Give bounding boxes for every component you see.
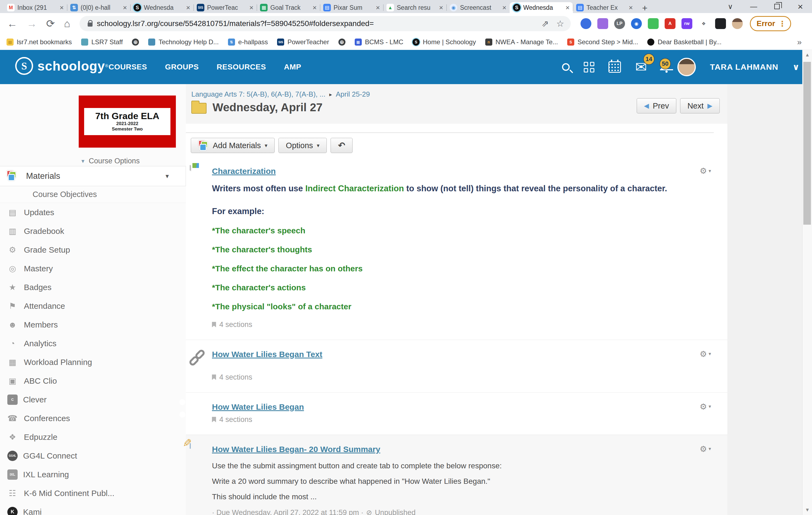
sidebar-item-analytics[interactable]: ◔Analytics	[0, 334, 186, 353]
material-title-link[interactable]: How Water Lilies Began- 20 Word Summary	[212, 445, 380, 454]
browser-menu-icon[interactable]: ⋮	[778, 19, 786, 28]
error-button[interactable]: Error ⋮	[750, 16, 791, 31]
sidebar-item-updates[interactable]: ▤Updates	[0, 203, 186, 222]
add-materials-button[interactable]: Add Materials ▾	[191, 138, 274, 153]
close-tab-icon[interactable]: ×	[60, 3, 64, 12]
bookmark-second-step[interactable]: S Second Step > Mid...	[567, 38, 638, 46]
sidebar-item-ixl[interactable]: IXLIXL Learning	[0, 465, 186, 484]
sidebar-item-members[interactable]: ☻Members	[0, 315, 186, 334]
search-icon[interactable]	[562, 63, 570, 71]
sidebar-item-conferences[interactable]: ☎Conferences	[0, 409, 186, 428]
address-bar[interactable]: schoology.lsr7.org/course/5542810751/mat…	[80, 16, 571, 31]
shield-extension-icon[interactable]: ◉	[631, 18, 642, 29]
tab-ehallpass[interactable]: ⇅ (0|0) e-hall ×	[67, 2, 130, 13]
sidebar-item-attendance[interactable]: ⚑Attendance	[0, 297, 186, 315]
sidebar-item-k6-midcontinent[interactable]: ☷K-6 Mid Continent Publ...	[0, 484, 186, 503]
tab-inbox[interactable]: M Inbox (291 ×	[4, 2, 67, 13]
course-banner-image[interactable]: 7th Grade ELA 2021-2022 Semester Two	[79, 95, 176, 148]
sidebar-item-abc-clio[interactable]: ▣ABC Clio	[0, 371, 186, 390]
sidebar-item-workload-planning[interactable]: ▦Workload Planning	[0, 353, 186, 371]
course-options-button[interactable]: ▾ Course Options	[81, 157, 140, 165]
profile-avatar[interactable]	[732, 18, 743, 29]
bookmark-lsr7-staff[interactable]: LSR7 Staff	[81, 38, 123, 46]
schoology-logo[interactable]: S schoology ®	[15, 57, 108, 75]
page-scrollbar[interactable]: ▲ ▼	[802, 50, 812, 515]
item-gear-menu[interactable]: ⚙ ▾	[700, 349, 711, 359]
bookmark-nwea[interactable]: n NWEA - Manage Te...	[485, 38, 558, 46]
close-tab-icon[interactable]: ×	[123, 3, 127, 12]
sidebar-item-mastery[interactable]: ◎Mastery	[0, 259, 186, 278]
user-avatar[interactable]	[677, 58, 696, 76]
sidebar-item-gradebook[interactable]: ▥Gradebook	[0, 222, 186, 240]
prev-button[interactable]: ◀ Prev	[637, 98, 676, 114]
notifications-button[interactable]: 50	[661, 65, 663, 69]
chevron-down-icon[interactable]: ▾	[166, 172, 169, 180]
purple-extension-icon[interactable]	[597, 18, 608, 29]
bookmark-powerteacher[interactable]: SIS PowerTeacher	[277, 38, 329, 46]
material-title-link[interactable]: How Water Lilies Began	[212, 402, 304, 412]
bookmark-globe-2[interactable]: ⊕	[339, 38, 346, 46]
close-tab-icon[interactable]: ×	[376, 3, 380, 12]
nav-groups[interactable]: GROUPS	[165, 63, 199, 71]
bookmark-dear-basketball[interactable]: Dear Basketball | By...	[647, 38, 721, 46]
tab-powerteacher[interactable]: SIS PowerTeac ×	[194, 2, 257, 13]
reload-icon[interactable]: ⟳	[46, 18, 55, 30]
bookmark-lsr7[interactable]: ▤ lsr7.net bookmarks	[6, 38, 72, 46]
restore-button[interactable]	[765, 0, 789, 13]
bookmark-ehallpass[interactable]: ⇅ e-hallpass	[228, 38, 268, 46]
bookmark-tech-help[interactable]: Technology Help D...	[148, 38, 219, 46]
bitmoji-icon[interactable]	[648, 18, 659, 29]
bookmark-schoology-home[interactable]: S Home | Schoology	[412, 38, 476, 46]
material-title-link[interactable]: Characterization	[212, 166, 276, 176]
close-tab-icon[interactable]: ×	[502, 3, 506, 12]
puzzle-extensions-icon[interactable]: ❖	[698, 18, 709, 29]
tab-schoology-active[interactable]: S Wednesda ×	[510, 2, 573, 13]
calendar-icon[interactable]	[608, 61, 621, 73]
scrollbar-thumb[interactable]	[803, 62, 811, 225]
apps-grid-icon[interactable]	[584, 62, 594, 72]
sidebar-item-kami[interactable]: KKami	[0, 503, 186, 515]
bookmarks-overflow-icon[interactable]: »	[797, 37, 806, 47]
sidebar-item-course-objectives[interactable]: Course Objectives	[0, 186, 186, 203]
close-tab-icon[interactable]: ×	[629, 3, 633, 12]
breadcrumb-course-link[interactable]: Language Arts 7: 5(A-B), 6(A-B), 7(A-B),…	[191, 90, 325, 98]
share-icon[interactable]: ⇗	[542, 19, 549, 29]
scroll-up-icon[interactable]: ▲	[803, 52, 812, 58]
sidebar-item-gg4l[interactable]: GG4LGG4L Connect	[0, 446, 186, 465]
lastpass-icon[interactable]: LP	[614, 18, 625, 29]
nav-courses[interactable]: COURSES	[109, 63, 147, 71]
tab-screencastify[interactable]: ◉ Screencast ×	[446, 2, 510, 13]
dark-extension-icon[interactable]	[715, 18, 726, 29]
minimize-button[interactable]: —	[742, 0, 765, 13]
breadcrumb-week-link[interactable]: April 25-29	[336, 90, 370, 98]
close-tab-icon[interactable]: ×	[313, 3, 317, 12]
tab-search-icon[interactable]: ∨	[719, 0, 742, 13]
tab-teacher-example[interactable]: ▤ Teacher Ex ×	[573, 2, 636, 13]
close-window-button[interactable]: ×	[789, 0, 812, 13]
sidebar-item-materials[interactable]: Materials ▾	[0, 166, 186, 186]
new-tab-button[interactable]: +	[642, 3, 647, 13]
bookmark-bcms-lmc[interactable]: ▦ BCMS - LMC	[355, 38, 403, 46]
item-gear-menu[interactable]: ⚙ ▾	[700, 166, 711, 176]
options-button[interactable]: Options ▾	[279, 138, 327, 153]
messages-button[interactable]: ✉ 14	[635, 60, 647, 74]
bookmark-star-icon[interactable]: ☆	[556, 19, 564, 29]
scroll-down-icon[interactable]: ▼	[803, 507, 812, 513]
blue-orb-extension-icon[interactable]	[580, 18, 591, 29]
url-text[interactable]: schoology.lsr7.org/course/5542810751/mat…	[97, 19, 534, 28]
close-tab-icon[interactable]: ×	[566, 3, 570, 12]
tab-pixar-summary[interactable]: ▤ Pixar Sum ×	[320, 2, 383, 13]
nav-resources[interactable]: RESOURCES	[216, 63, 266, 71]
nav-amp[interactable]: AMP	[284, 63, 301, 71]
item-gear-menu[interactable]: ⚙ ▾	[700, 402, 711, 411]
material-title-link[interactable]: How Water Lilies Began Text	[212, 350, 322, 359]
close-tab-icon[interactable]: ×	[250, 3, 254, 12]
close-tab-icon[interactable]: ×	[439, 3, 443, 12]
tab-search-results[interactable]: ▲ Search resu ×	[383, 2, 446, 13]
undo-button[interactable]: ↶	[330, 138, 352, 153]
sidebar-item-badges[interactable]: ★Badges	[0, 278, 186, 297]
sidebar-item-grade-setup[interactable]: ⚙Grade Setup	[0, 240, 186, 259]
sidebar-item-clever[interactable]: CClever	[0, 390, 186, 409]
back-icon[interactable]: ←	[7, 18, 18, 30]
bookmark-globe-1[interactable]: ⊕	[132, 38, 139, 46]
